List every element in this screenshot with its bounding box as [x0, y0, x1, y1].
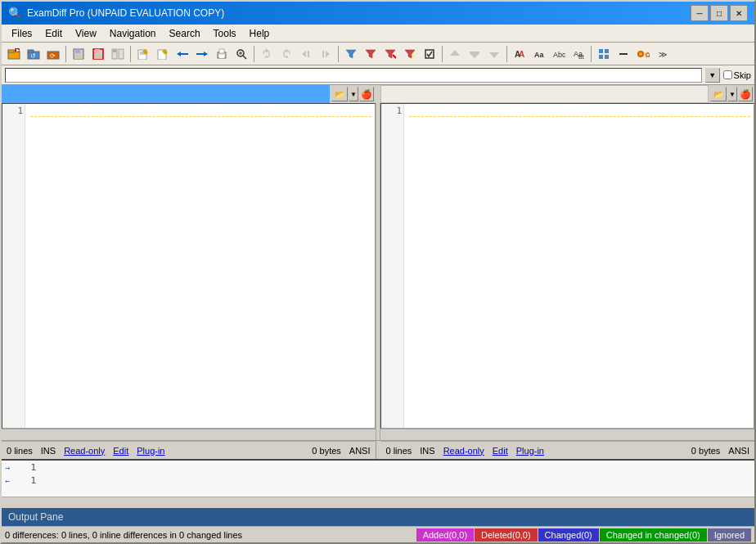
left-open-file-button[interactable]: 📂 — [331, 87, 348, 101]
save-both-button[interactable] — [109, 45, 127, 63]
minimize-button[interactable]: ─ — [691, 5, 709, 21]
print-button[interactable] — [213, 45, 231, 63]
minus-button[interactable] — [614, 45, 632, 63]
svg-marker-33 — [302, 51, 306, 57]
menu-bar: Files Edit View Navigation Search Tools … — [2, 25, 754, 43]
menu-edit[interactable]: Edit — [38, 25, 69, 42]
edit-right-button[interactable] — [154, 45, 172, 63]
search-dropdown-button[interactable]: ▼ — [705, 68, 720, 83]
svg-rect-16 — [119, 49, 124, 59]
left-scroll-track — [2, 429, 376, 440]
undo-button[interactable] — [258, 45, 276, 63]
right-ins-status: INS — [420, 446, 434, 456]
left-text-pane[interactable]: 1 — [2, 103, 376, 429]
svg-point-60 — [639, 52, 642, 56]
right-plugin-status[interactable]: Plug-in — [516, 446, 544, 456]
right-h-scrollbar[interactable] — [380, 429, 754, 440]
svg-rect-57 — [605, 55, 609, 59]
svg-rect-11 — [74, 55, 83, 59]
right-text-pane-wrapper: 1 — [380, 103, 754, 440]
menu-help[interactable]: Help — [243, 25, 277, 42]
svg-rect-58 — [619, 53, 628, 55]
find3-button[interactable]: Abc — [550, 45, 568, 63]
left-plugin-status[interactable]: Plug-in — [137, 446, 164, 456]
right-file-header: 📂 ▼ 🍎 — [380, 85, 754, 103]
special-button[interactable]: ✿ — [634, 45, 652, 63]
svg-marker-46 — [470, 53, 479, 58]
toolbar-sep-5 — [442, 46, 443, 62]
skip-checkbox[interactable] — [723, 70, 732, 79]
svg-marker-37 — [346, 50, 356, 58]
find1-button[interactable]: AA — [511, 45, 529, 63]
nav-up-button[interactable] — [466, 45, 484, 63]
app-icon: 🔍 — [8, 7, 22, 20]
left-encoding-status: ANSI — [349, 446, 371, 456]
right-readonly-status[interactable]: Read-only — [443, 446, 484, 456]
filter3-button[interactable] — [381, 45, 399, 63]
edit-left-button[interactable] — [134, 45, 152, 63]
file-headers: 📂 ▼ 🍎 📂 ▼ 🍎 — [2, 85, 754, 103]
search-input[interactable] — [5, 68, 702, 83]
open-left-button[interactable]: ▶ — [5, 45, 23, 63]
find2-button[interactable]: Aa — [530, 45, 548, 63]
menu-navigation[interactable]: Navigation — [103, 25, 163, 42]
maximize-button[interactable]: □ — [710, 5, 728, 21]
svg-rect-28 — [219, 55, 224, 58]
right-open-file-button[interactable]: 📂 — [710, 87, 727, 101]
zoom-button[interactable] — [232, 45, 250, 63]
window-title: ExamDiff Pro (UNPAID EVALUATION COPY) — [27, 7, 224, 19]
svg-rect-25 — [196, 53, 204, 55]
toolbar-sep-1 — [65, 46, 66, 62]
svg-rect-13 — [95, 49, 100, 53]
svg-text:⟳: ⟳ — [50, 52, 56, 60]
svg-marker-22 — [177, 52, 181, 56]
left-h-scrollbar[interactable] — [2, 429, 376, 440]
more-button[interactable]: ≫ — [654, 45, 672, 63]
nav-prev-button[interactable] — [446, 45, 464, 63]
right-dropdown-button[interactable]: ▼ — [727, 87, 737, 101]
next-diff-button[interactable] — [317, 45, 335, 63]
redo-button[interactable] — [277, 45, 295, 63]
close-button[interactable]: ✕ — [730, 5, 748, 21]
filter2-button[interactable] — [362, 45, 380, 63]
left-text-pane-wrapper: 1 — [2, 103, 376, 440]
filter-checkbox-button[interactable] — [421, 45, 439, 63]
footer-badges: Added(0,0) Deleted(0,0) Changed(0) Chang… — [416, 528, 751, 542]
filter1-button[interactable] — [342, 45, 360, 63]
diff-summary-area: → 1 ← 1 — [2, 459, 754, 497]
menu-view[interactable]: View — [69, 25, 103, 42]
svg-text:A: A — [519, 50, 524, 59]
global-h-scrollbar[interactable] — [2, 497, 754, 508]
recompare-button[interactable]: ⟳ — [44, 45, 62, 63]
right-text-pane[interactable]: 1 — [380, 103, 754, 429]
save-red-button[interactable] — [89, 45, 107, 63]
prev-diff-button[interactable] — [297, 45, 315, 63]
badge-changed-in-changed: Changed in changed(0) — [600, 528, 707, 542]
footer-status-text: 0 differences: 0 lines, 0 inline differe… — [5, 530, 416, 540]
output-pane-header: Output Pane — [2, 508, 754, 526]
toolbar-sep-3 — [254, 46, 254, 62]
title-bar: 🔍 ExamDiff Pro (UNPAID EVALUATION COPY) … — [2, 2, 754, 25]
save-button[interactable] — [70, 45, 88, 63]
menu-files[interactable]: Files — [5, 25, 38, 42]
left-dropdown-button[interactable]: ▼ — [349, 87, 358, 101]
filter4-button[interactable]: ? — [401, 45, 419, 63]
grid-button[interactable] — [595, 45, 613, 63]
copy-to-left-button[interactable] — [173, 45, 191, 63]
left-edit-status[interactable]: Edit — [113, 446, 128, 456]
reopen-button[interactable]: ↺ — [25, 45, 43, 63]
case-button[interactable]: AaBb — [569, 45, 587, 63]
copy-to-right-button[interactable] — [193, 45, 211, 63]
right-close-button[interactable]: 🍎 — [738, 87, 753, 101]
left-readonly-status[interactable]: Read-only — [64, 446, 105, 456]
left-pane-controls: 📂 ▼ 🍎 — [330, 85, 376, 103]
right-edit-status[interactable]: Edit — [493, 446, 508, 456]
svg-rect-54 — [599, 49, 603, 53]
nav-down-button[interactable] — [485, 45, 503, 63]
menu-search[interactable]: Search — [163, 25, 207, 42]
svg-marker-35 — [326, 51, 330, 57]
left-close-button[interactable]: 🍎 — [359, 87, 374, 101]
menu-tools[interactable]: Tools — [207, 25, 243, 42]
diff-row-1-num: 1 — [20, 462, 36, 473]
badge-changed: Changed(0) — [538, 528, 599, 542]
